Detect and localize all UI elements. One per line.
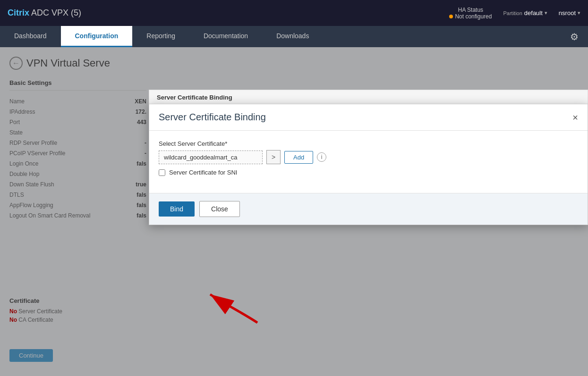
header: Citrix ADC VPX (5) HA Status Not configu… (0, 0, 588, 26)
cert-select-row: > Add i (159, 150, 578, 164)
bind-button[interactable]: Bind (159, 201, 195, 217)
cert-navigate-button[interactable]: > (266, 150, 281, 164)
ha-status-text: Not configured (455, 13, 492, 20)
add-cert-button[interactable]: Add (284, 151, 313, 164)
partition-block[interactable]: Partition default ▾ (503, 9, 547, 17)
user-name: nsroot (559, 9, 576, 17)
modal-body: Select Server Certificate* > Add i Serve… (149, 131, 588, 193)
modal-header: Server Certificate Binding × (149, 104, 588, 131)
close-button[interactable]: Close (199, 201, 240, 217)
main-content: ← VPN Virtual Serve Basic Settings NameX… (0, 47, 588, 376)
partition-label: Partition (503, 10, 522, 16)
sni-checkbox[interactable] (159, 169, 165, 176)
nav-documentation[interactable]: Documentation (189, 26, 262, 47)
user-caret-icon: ▾ (578, 10, 580, 16)
modal-title: Server Certificate Binding (159, 112, 266, 123)
ha-status-block: HA Status Not configured (449, 7, 492, 20)
ha-value: Not configured (449, 13, 492, 20)
nav-reporting[interactable]: Reporting (132, 26, 189, 47)
cert-select-label: Select Server Certificate* (159, 140, 578, 147)
settings-icon[interactable]: ⚙ (561, 26, 588, 47)
cert-input-field[interactable] (159, 150, 263, 164)
user-block[interactable]: nsroot ▾ (559, 9, 580, 17)
app-logo: Citrix ADC VPX (5) (8, 8, 81, 18)
partition-caret-icon: ▾ (545, 10, 547, 16)
ha-label: HA Status (449, 7, 492, 13)
nav-dashboard[interactable]: Dashboard (0, 26, 61, 47)
navbar: Dashboard Configuration Reporting Docume… (0, 26, 588, 47)
close-icon[interactable]: × (572, 113, 578, 122)
sni-checkbox-row: Server Certificate for SNI (159, 169, 578, 176)
server-certificate-binding-dialog: Server Certificate Binding × Select Serv… (149, 104, 588, 225)
dialog-title-bar: Server Certificate Binding (149, 90, 588, 105)
info-icon[interactable]: i (317, 152, 326, 162)
ha-dot-icon (449, 15, 453, 18)
gear-icon: ⚙ (570, 31, 579, 42)
nav-spacer (323, 26, 561, 47)
nav-downloads[interactable]: Downloads (262, 26, 323, 47)
partition-value: default (524, 9, 543, 17)
nav-configuration[interactable]: Configuration (61, 26, 133, 47)
modal-footer: Bind Close (149, 193, 588, 225)
cert-select-group: Select Server Certificate* > Add i Serve… (159, 140, 578, 176)
sni-label: Server Certificate for SNI (169, 169, 238, 176)
